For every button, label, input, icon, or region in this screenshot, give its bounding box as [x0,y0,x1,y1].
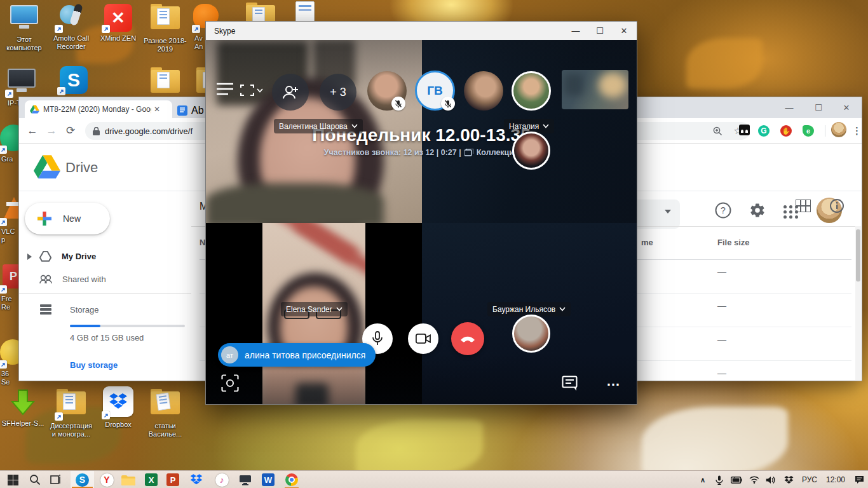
task-view-icon[interactable] [46,471,65,488]
desktop-icon-this-pc[interactable]: Этот компьютер [1,4,47,52]
end-call-button[interactable] [451,322,484,355]
column-header-modified-fragment[interactable]: me [641,238,653,247]
desktop-icon-folder-partial[interactable] [142,67,188,98]
evernote-icon[interactable]: e [803,125,819,137]
tray-microphone-icon[interactable] [712,471,727,488]
storage-icon [40,304,51,315]
column-header-file-size[interactable]: File size [717,238,750,247]
tray-chevron-icon[interactable]: ∧ [695,471,710,488]
taskbar-dropbox-button[interactable] [186,471,207,488]
skype-maximize-button[interactable]: ☐ [587,22,613,40]
participant-nametag-valentina[interactable]: Валентина Шарова [274,119,363,133]
desktop-icon-dropbox[interactable]: Dropbox [95,386,141,429]
chrome-profile-avatar[interactable] [831,122,846,140]
join-notification[interactable]: ат алина титова присоединился [218,343,376,367]
file-row-size: — [717,301,726,311]
layout-view-icon[interactable] [240,85,263,96]
participant-avatar-woman1[interactable] [464,71,503,111]
grammarly-icon[interactable]: G [758,125,775,137]
taskbar-itunes-button[interactable]: ♪ [212,471,232,488]
action-center-icon[interactable] [851,471,867,488]
snapshot-button[interactable] [221,374,239,395]
desktop-icon-dissertation[interactable]: Диссертация и моногра... [48,389,94,438]
scrollbar-thumb[interactable] [856,229,860,281]
more-participants-button[interactable]: + 3 [320,74,356,111]
extension-icon-dark[interactable] [736,125,752,138]
sidebar-item-label: Shared with [62,274,106,284]
chrome-menu-kebab-icon[interactable]: ⋮ [852,125,862,137]
add-participant-button[interactable] [272,74,309,111]
drive-brand-text: Drive [65,159,98,176]
shortcut-arrow-icon [102,411,110,419]
chrome-maximize-button[interactable]: ☐ [807,97,830,118]
buy-storage-link[interactable]: Buy storage [70,360,118,370]
taskbar-chrome-button[interactable] [281,471,302,488]
back-button[interactable]: ← [23,125,42,137]
reload-button[interactable]: ⟳ [61,124,80,137]
chrome-tab-2[interactable]: Ab [177,103,204,118]
skype-window-title: Skype [214,27,235,36]
desktop-icon-skype[interactable]: S [51,66,97,94]
camera-button[interactable] [408,323,438,354]
tray-dropbox-icon[interactable] [780,471,797,488]
search-options-caret-icon[interactable] [665,210,671,214]
taskbar-yandex-button[interactable]: Y [97,471,117,488]
help-icon[interactable]: ? [715,202,731,221]
tray-wifi-icon[interactable] [746,471,763,488]
expander-caret-icon[interactable] [27,254,32,260]
grid-view-icon[interactable] [796,200,811,212]
tray-speaker-icon[interactable] [763,471,779,488]
desktop-icon-sfhelper[interactable]: SFHelper-S... [0,389,46,428]
svg-text:?: ? [721,205,726,215]
info-icon[interactable] [830,199,844,213]
chat-button[interactable] [562,376,578,394]
taskbar-search-icon[interactable] [25,471,44,488]
sidebar-item-label: My Drive [62,252,96,261]
chrome-close-button[interactable]: ✕ [835,97,858,118]
sidebar-item-storage[interactable]: Storage [40,304,99,315]
participant-video-thumb[interactable] [562,70,628,109]
tray-battery-icon[interactable] [728,471,745,488]
chrome-minimize-button[interactable]: — [778,97,801,118]
gallery-icon [465,149,473,156]
tray-clock[interactable]: 12:00 [822,471,849,488]
participant-avatar-woman2[interactable] [512,71,551,111]
shortcut-arrow-icon [0,360,7,369]
participant-name: Elena Sander [286,305,332,314]
taskbar-explorer-button[interactable] [118,471,139,488]
adblock-hand-icon[interactable]: ✋ [780,125,797,137]
folder-icon [150,6,180,34]
new-button[interactable]: New [25,203,110,234]
tray-language-indicator[interactable]: РУС [798,471,821,488]
call-info: Участников звонка: 12 из 12 | 0:27 | Кол… [206,148,637,157]
forward-button[interactable]: → [42,125,61,137]
participant-nametag-elena[interactable]: Elena Sander [281,302,348,316]
chrome-tab-active[interactable]: MT8-22M (2020) Monday - Goog ✕ [25,100,172,118]
taskbar-word-button[interactable]: W [258,471,278,488]
taskbar-remote-desktop-button[interactable] [235,471,255,488]
skype-close-button[interactable]: ✕ [611,22,637,40]
zoom-lens-icon[interactable] [713,126,722,136]
shared-people-icon [39,274,52,284]
baurzhan-avatar[interactable] [512,315,550,353]
tab-title: MT8-22M (2020) Monday - Goog [43,105,151,114]
more-options-button[interactable]: … [606,373,621,390]
taskbar-excel-button[interactable]: X [141,471,161,488]
desktop-icon-amolto[interactable]: Amolto Call Recorder [48,4,94,51]
settings-gear-icon[interactable] [749,202,766,221]
menu-hamburger-icon[interactable] [217,83,233,99]
desktop-icon-folder-raznoe[interactable]: Разное 2018-2019 [142,4,188,53]
sidebar-item-shared-clipped[interactable]: Shared with [27,274,106,285]
content-scrollbar[interactable] [855,226,861,380]
shortcut-arrow-icon [55,412,63,421]
participant-name: Наталия [509,122,539,131]
desktop-icon-xmind[interactable]: ✕ XMind ZEN [95,4,141,43]
sidebar-item-my-drive[interactable]: My Drive [27,251,96,262]
natalia-avatar[interactable] [512,132,550,170]
tab-close-icon[interactable]: ✕ [154,105,160,114]
start-button[interactable] [4,471,22,488]
taskbar-powerpoint-button[interactable]: P [163,471,183,488]
desktop-icon-stati[interactable]: статьи Василье... [142,389,188,438]
skype-minimize-button[interactable]: — [563,22,588,40]
taskbar-skype-button[interactable]: S [71,471,94,488]
